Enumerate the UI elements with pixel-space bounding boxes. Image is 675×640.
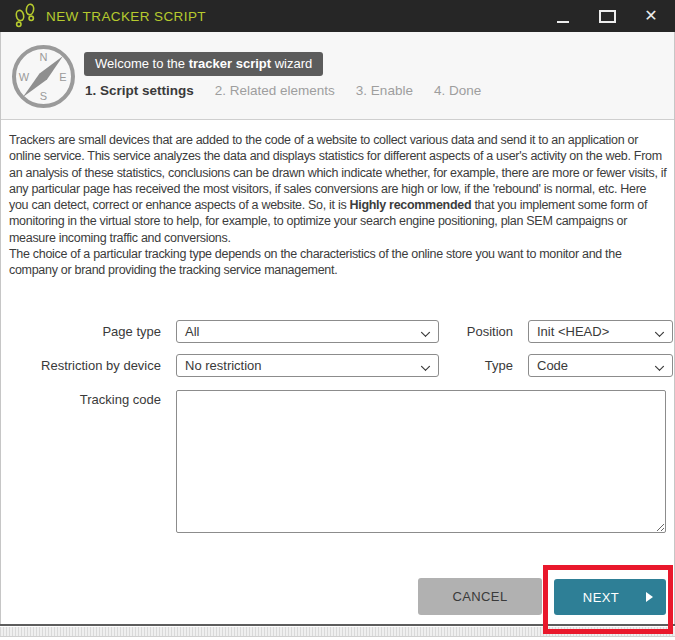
position-value: Init <HEAD> (537, 324, 609, 339)
welcome-badge: Welcome to the tracker script wizard (84, 52, 323, 76)
position-select[interactable]: Init <HEAD> (528, 320, 673, 343)
footprints-icon (13, 3, 37, 29)
maximize-button[interactable] (597, 0, 617, 32)
step-related-elements[interactable]: 2. Related elements (215, 83, 335, 98)
cancel-button[interactable]: CANCEL (418, 578, 542, 615)
chevron-down-icon (421, 362, 429, 370)
minimize-icon (557, 21, 569, 23)
description-p1-bold: Highly recommended (350, 198, 472, 212)
chevron-down-icon (655, 362, 663, 370)
tracking-code-label: Tracking code (1, 392, 169, 407)
step-script-settings[interactable]: 1. Script settings (85, 83, 194, 98)
tracking-code-input[interactable] (176, 390, 666, 533)
wizard-steps: 1. Script settings 2. Related elements 3… (85, 83, 481, 98)
restriction-label: Restriction by device (1, 358, 169, 373)
window-bottom-border (0, 624, 675, 626)
position-label: Position (439, 324, 521, 339)
window-body: N E S W Welcome to the tracker script wi… (0, 32, 675, 625)
minimize-button[interactable] (553, 0, 573, 32)
step-done[interactable]: 4. Done (434, 83, 481, 98)
wizard-header: N E S W Welcome to the tracker script wi… (1, 32, 674, 120)
step-enable[interactable]: 3. Enable (356, 83, 413, 98)
maximize-icon (599, 10, 616, 23)
page-type-select[interactable]: All (176, 320, 439, 343)
window-controls: ✕ (553, 0, 661, 32)
type-value: Code (537, 358, 568, 373)
type-select[interactable]: Code (528, 354, 673, 377)
arrow-right-icon (646, 592, 653, 602)
chevron-down-icon (655, 328, 663, 336)
next-button[interactable]: NEXT (554, 579, 666, 615)
description-paragraph-1: Trackers are small devices that are adde… (9, 132, 667, 246)
close-button[interactable]: ✕ (641, 0, 661, 32)
next-button-label: NEXT (583, 590, 619, 605)
close-icon: ✕ (644, 8, 657, 24)
svg-text:E: E (59, 71, 66, 83)
svg-text:N: N (40, 51, 48, 63)
type-label: Type (439, 358, 521, 373)
svg-text:W: W (19, 71, 30, 83)
restriction-value: No restriction (185, 358, 262, 373)
welcome-text-post: wizard (271, 56, 312, 71)
chevron-down-icon (421, 328, 429, 336)
welcome-text-bold: tracker script (189, 56, 271, 71)
description-text: Trackers are small devices that are adde… (9, 132, 667, 279)
title-bar: NEW TRACKER SCRIPT ✕ (0, 0, 675, 32)
page-type-label: Page type (1, 324, 169, 339)
form-row-1: Page type All Position Init <HEAD> (1, 320, 673, 343)
welcome-text-pre: Welcome to the (95, 56, 189, 71)
restriction-select[interactable]: No restriction (176, 354, 439, 377)
tracker-script-dialog: NEW TRACKER SCRIPT ✕ N E S W Welcome to … (0, 0, 675, 640)
window-title: NEW TRACKER SCRIPT (46, 9, 206, 24)
compass-icon: N E S W (10, 43, 77, 110)
form-row-2: Restriction by device No restriction Typ… (1, 354, 673, 377)
description-paragraph-2: The choice of a particular tracking type… (9, 246, 667, 279)
svg-text:S: S (40, 90, 47, 102)
page-type-value: All (185, 324, 199, 339)
taskbar-strip (0, 627, 675, 637)
